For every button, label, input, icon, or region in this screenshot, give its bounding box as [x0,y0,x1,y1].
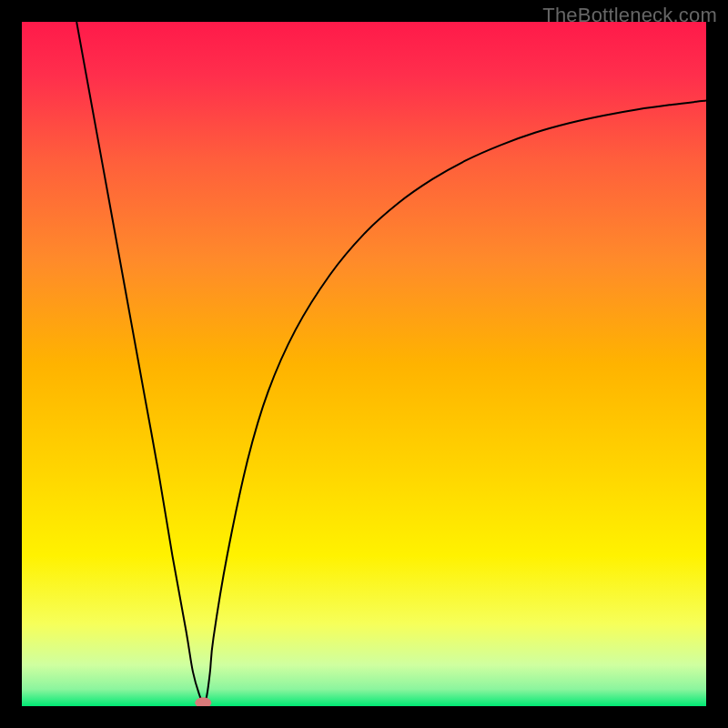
plot-area [22,22,706,706]
watermark-text: TheBottleneck.com [542,4,717,27]
optimum-marker [195,697,211,706]
curve-layer [22,22,706,706]
chart-container: TheBottleneck.com [0,0,728,728]
bottleneck-curve [76,22,706,703]
